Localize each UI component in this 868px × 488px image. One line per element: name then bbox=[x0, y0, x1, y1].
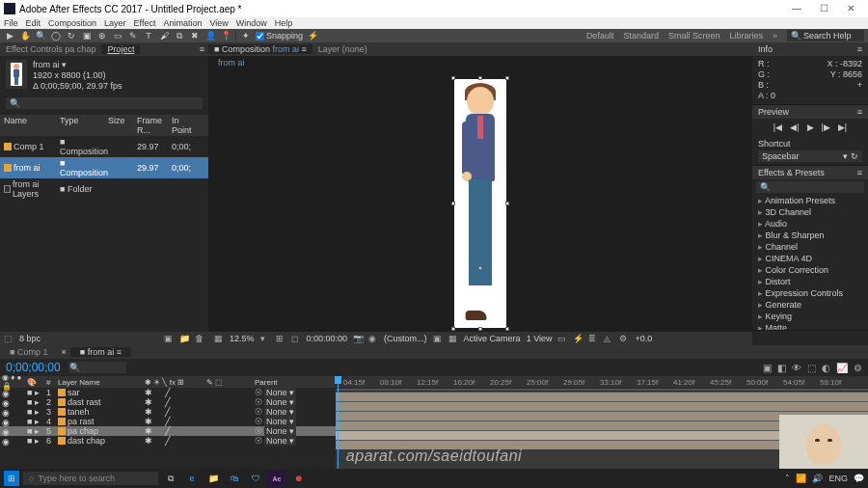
interpret-icon[interactable]: ⬚ bbox=[4, 334, 14, 343]
frame-blend-icon[interactable]: ⬚ bbox=[807, 363, 816, 373]
ep-category[interactable]: Keying bbox=[752, 311, 868, 322]
maximize-button[interactable]: ☐ bbox=[810, 0, 837, 17]
motion-blur-icon[interactable]: ◐ bbox=[822, 363, 830, 373]
orbit-tool-icon[interactable]: ◯ bbox=[50, 30, 62, 41]
workspace-more-icon[interactable]: » bbox=[773, 31, 777, 41]
snapping-checkbox[interactable] bbox=[256, 32, 264, 41]
ep-category[interactable]: Generate bbox=[752, 299, 868, 311]
ep-category[interactable]: Color Correction bbox=[752, 264, 868, 276]
timeline-search-input[interactable] bbox=[68, 362, 126, 373]
tab-project[interactable]: Project bbox=[101, 44, 140, 54]
renderer-icon[interactable]: ⚙ bbox=[619, 334, 629, 343]
delete-icon[interactable]: 🗑 bbox=[195, 334, 204, 343]
timeline-layer[interactable]: ◉■ ▸4pa rast✱ ╱☉ None ▾ bbox=[0, 417, 336, 426]
close-button[interactable]: ✕ bbox=[837, 0, 864, 17]
channel-icon[interactable]: ◉ bbox=[368, 334, 378, 343]
res-dropdown[interactable]: (Custom...) bbox=[384, 334, 427, 343]
eraser-tool-icon[interactable]: ✖ bbox=[189, 30, 201, 41]
pixel-ar-icon[interactable]: ▭ bbox=[557, 334, 567, 343]
minimize-button[interactable]: — bbox=[783, 0, 810, 17]
col-name[interactable]: Name bbox=[4, 116, 58, 135]
puppet-tool-icon[interactable]: 📍 bbox=[220, 30, 231, 41]
preview-panel-title[interactable]: Preview bbox=[758, 107, 789, 117]
workspace-small[interactable]: Small Screen bbox=[668, 31, 720, 41]
bpc-label[interactable]: 8 bpc bbox=[19, 334, 41, 343]
project-row[interactable]: from ai Layers■ Folder bbox=[0, 178, 208, 200]
taskbar-search[interactable]: ○ Type here to search bbox=[23, 472, 158, 485]
panel-menu-icon[interactable]: ≡ bbox=[857, 168, 862, 177]
ep-category[interactable]: Channel bbox=[752, 241, 868, 253]
brush-tool-icon[interactable]: 🖌 bbox=[158, 30, 170, 41]
info-panel-title[interactable]: Info bbox=[758, 44, 773, 54]
snapping-toggle[interactable]: Snapping bbox=[256, 31, 303, 41]
ep-search-input[interactable]: 🔍 bbox=[756, 181, 864, 193]
col-parent[interactable]: Parent bbox=[255, 378, 303, 387]
workspace-standard[interactable]: Standard bbox=[623, 31, 659, 41]
network-icon[interactable]: 📶 bbox=[796, 474, 806, 483]
taskview-icon[interactable]: ⧉ bbox=[162, 470, 179, 487]
draft-3d-icon[interactable]: ◬ bbox=[604, 334, 613, 343]
roto-tool-icon[interactable]: 👤 bbox=[204, 30, 216, 41]
menu-animation[interactable]: Animation bbox=[161, 18, 203, 28]
tab-composition[interactable]: ■ Composition from ai ≡ bbox=[208, 44, 312, 54]
fast-preview-icon[interactable]: ⚡ bbox=[573, 334, 583, 343]
timeline-layer[interactable]: ◉■ ▸2dast rast✱ ╱☉ None ▾ bbox=[0, 397, 336, 407]
trans-grid-icon[interactable]: ▦ bbox=[448, 334, 458, 343]
project-row[interactable]: from ai■ Composition29.970;00; bbox=[0, 157, 208, 178]
menu-composition[interactable]: Composition bbox=[46, 18, 98, 28]
panel-menu-icon[interactable]: ≡ bbox=[857, 44, 862, 54]
snapping-opt-icon[interactable]: ⚡ bbox=[307, 30, 318, 41]
ae-icon[interactable]: Ae bbox=[268, 470, 285, 487]
menu-effect[interactable]: Effect bbox=[132, 18, 158, 28]
anchor-tool-icon[interactable]: ⊕ bbox=[96, 30, 108, 41]
menu-file[interactable]: File bbox=[2, 18, 20, 28]
edge-icon[interactable]: e bbox=[183, 470, 201, 487]
tray-up-icon[interactable]: ˄ bbox=[785, 474, 790, 483]
workspace-libraries[interactable]: Libraries bbox=[729, 31, 763, 41]
camera-tool-icon[interactable]: ▣ bbox=[81, 30, 93, 41]
shape-tool-icon[interactable]: ▭ bbox=[112, 30, 123, 41]
ep-category[interactable]: Matte bbox=[752, 322, 868, 330]
shy-icon[interactable]: 👁 bbox=[792, 363, 801, 373]
ep-category[interactable]: 3D Channel bbox=[752, 206, 868, 218]
new-folder-icon[interactable]: 📁 bbox=[179, 334, 189, 343]
project-search-input[interactable] bbox=[6, 97, 203, 109]
start-button[interactable]: ⊞ bbox=[4, 471, 19, 486]
volume-icon[interactable]: 🔊 bbox=[812, 474, 823, 483]
shortcut-dropdown[interactable]: Spacebar ▾ ↻ bbox=[758, 150, 862, 162]
grid-icon[interactable]: ⊞ bbox=[276, 334, 285, 343]
timeline-icon[interactable]: ≣ bbox=[588, 334, 598, 343]
local-axis-icon[interactable]: ✦ bbox=[240, 30, 252, 41]
ep-category[interactable]: Expression Controls bbox=[752, 287, 868, 299]
defender-icon[interactable]: 🛡 bbox=[247, 470, 264, 487]
timeline-layer[interactable]: ◉■ ▸6dast chap✱ ╱☉ None ▾ bbox=[0, 436, 336, 446]
brainstorm-icon[interactable]: ⚙ bbox=[854, 363, 862, 373]
menu-help[interactable]: Help bbox=[273, 18, 295, 28]
ep-panel-title[interactable]: Effects & Presets bbox=[758, 168, 825, 177]
zoom-tool-icon[interactable]: 🔍 bbox=[35, 30, 46, 41]
clone-tool-icon[interactable]: ⧉ bbox=[174, 30, 185, 41]
col-num[interactable]: # bbox=[46, 378, 58, 387]
comp-breadcrumb[interactable]: from ai bbox=[218, 58, 245, 68]
project-row[interactable]: Comp 1■ Composition29.970;00; bbox=[0, 136, 208, 157]
roi-icon[interactable]: ▣ bbox=[433, 334, 443, 343]
ep-category[interactable]: Distort bbox=[752, 276, 868, 287]
ep-category[interactable]: CINEMA 4D bbox=[752, 253, 868, 264]
tab-layer[interactable]: Layer (none) bbox=[312, 44, 373, 54]
composition-viewer[interactable] bbox=[208, 69, 752, 332]
ep-category[interactable]: Blur & Sharpen bbox=[752, 230, 868, 241]
view-dropdown[interactable]: 1 View bbox=[527, 334, 553, 343]
timecode[interactable]: 0;00;00;00 bbox=[6, 361, 61, 374]
menu-edit[interactable]: Edit bbox=[24, 18, 43, 28]
play-icon[interactable]: ▶ bbox=[807, 122, 814, 132]
help-search[interactable]: 🔍 Search Help bbox=[787, 30, 864, 41]
rotate-tool-icon[interactable]: ↻ bbox=[66, 30, 77, 41]
col-size[interactable]: Size bbox=[108, 116, 135, 135]
record-icon[interactable]: ⏺ bbox=[289, 470, 307, 487]
ep-category[interactable]: Animation Presets bbox=[752, 195, 868, 206]
res-icon[interactable]: ▾ bbox=[260, 334, 270, 343]
first-frame-icon[interactable]: |◀ bbox=[773, 122, 782, 132]
camera-dropdown[interactable]: Active Camera bbox=[464, 334, 521, 343]
timeline-layer[interactable]: ◉■ ▸5pa chap✱ ╱☉ None ▾ bbox=[0, 426, 336, 436]
pen-tool-icon[interactable]: ✎ bbox=[127, 30, 139, 41]
